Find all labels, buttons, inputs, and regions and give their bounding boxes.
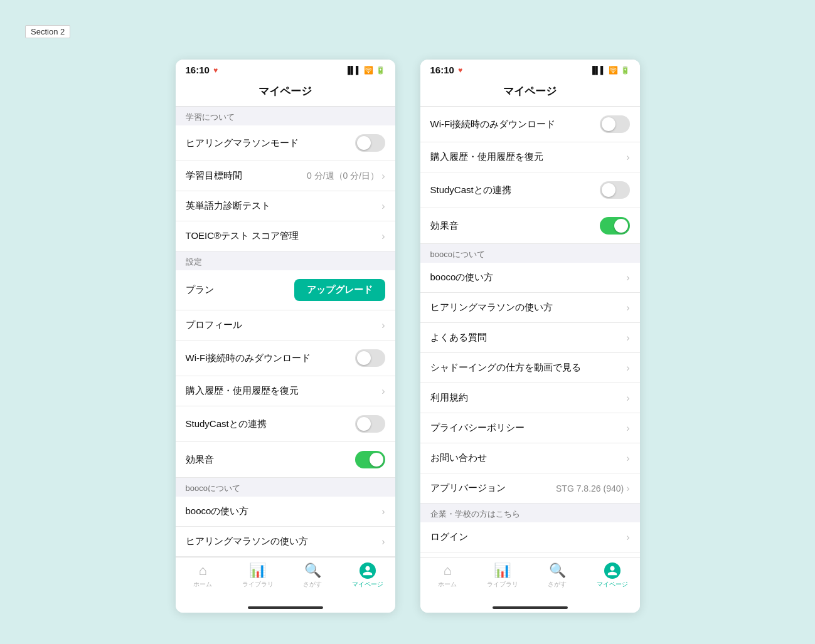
list-item-hearing-usage-2[interactable]: ヒアリングマラソンの使い方 › (420, 293, 640, 323)
page-title-1: マイページ (176, 78, 395, 107)
toggle-sound-2[interactable] (600, 217, 630, 235)
list-item-study-goal[interactable]: 学習目標時間 0 分/週（0 分/日） › (176, 161, 395, 191)
nav-mypage-1[interactable]: マイページ (340, 562, 395, 589)
home-indicator-bar-2 (493, 606, 568, 609)
page-title-2: マイページ (420, 78, 640, 107)
chevron-icon: › (381, 201, 385, 212)
library-icon: 📊 (249, 562, 266, 579)
chevron-icon: › (381, 536, 385, 547)
chevron-icon: › (381, 506, 385, 517)
list-item-sound-effects-1[interactable]: 効果音 (176, 442, 395, 478)
nav-mypage-label-2: マイページ (597, 580, 628, 589)
status-bar-2: 16:10 ♥ ▐▌▌ 🛜 🔋 (420, 60, 640, 78)
toggle-wifi-1[interactable] (355, 349, 385, 367)
nav-library-label-1: ライブラリ (242, 580, 274, 589)
section-header-corporate: 企業・学校の方はこちら (420, 504, 640, 522)
chevron-icon: › (626, 332, 629, 344)
home-indicator-2 (420, 596, 640, 613)
nav-search-1[interactable]: 🔍 さがす (285, 562, 341, 589)
chevron-icon: › (626, 423, 629, 434)
home-indicator-1 (176, 596, 395, 613)
list-item-booco-usage-2[interactable]: boocoの使い方 › (420, 263, 640, 293)
chevron-icon: › (626, 483, 629, 494)
nav-mypage-label-1: マイページ (352, 580, 383, 589)
list-item-sound-effects-2[interactable]: 効果音 (420, 208, 640, 244)
list-item-hearing-marathon-mode[interactable]: ヒアリングマラソンモード (176, 125, 395, 161)
status-icons-1: ▐▌▌ 🛜 🔋 (345, 66, 385, 75)
list-item-booco-usage-1[interactable]: boocoの使い方 › (176, 497, 395, 527)
list-item-purchase-history-2[interactable]: 購入履歴・使用履歴を復元 › (420, 142, 640, 172)
toggle-hearing-marathon-1[interactable] (355, 134, 385, 152)
list-item-shadowing-video[interactable]: シャドーイングの仕方を動画で見る › (420, 353, 640, 383)
toggle-knob (357, 136, 371, 150)
list-item-app-version[interactable]: アプリバージョン STG 7.8.26 (940) › (420, 473, 640, 504)
nav-search-label-2: さがす (548, 580, 567, 589)
toggle-studycast-1[interactable] (355, 415, 385, 433)
user-icon-2 (607, 565, 618, 576)
user-avatar-1 (360, 562, 376, 579)
nav-library-1[interactable]: 📊 ライブラリ (230, 562, 285, 589)
toggle-wifi-2[interactable] (600, 115, 630, 133)
nav-home-label-1: ホーム (193, 580, 212, 589)
phones-container: 16:10 ♥ ▐▌▌ 🛜 🔋 マイページ 学習について ヒアリングマラソンモー… (0, 0, 815, 644)
chevron-icon: › (626, 152, 629, 163)
nav-home-2[interactable]: ⌂ ホーム (420, 562, 476, 589)
toggle-sound-1[interactable] (355, 451, 385, 468)
toggle-knob (602, 183, 615, 197)
section-header-learning: 学習について (176, 107, 395, 125)
status-icons-2: ▐▌▌ 🛜 🔋 (590, 66, 630, 75)
toggle-knob (614, 219, 628, 233)
home-icon: ⌂ (199, 562, 207, 579)
chevron-icon: › (626, 532, 629, 543)
list-item-vocab-test[interactable]: 英単語力診断テスト › (176, 191, 395, 221)
signal-icon-2: ▐▌▌ (590, 66, 606, 75)
list-item-hearing-usage-1[interactable]: ヒアリングマラソンの使い方 › (176, 527, 395, 557)
list-item-contact[interactable]: お問い合わせ › (420, 443, 640, 473)
chevron-icon: › (381, 231, 385, 242)
status-bar-1: 16:10 ♥ ▐▌▌ 🛜 🔋 (176, 60, 395, 78)
upgrade-button[interactable]: アップグレード (294, 279, 385, 301)
nav-library-label-2: ライブラリ (487, 580, 518, 589)
toggle-studycast-2[interactable] (600, 181, 630, 199)
bottom-nav-2: ⌂ ホーム 📊 ライブラリ 🔍 さがす マイページ (420, 557, 640, 596)
list-item-wifi-download-1[interactable]: Wi-Fi接続時のみダウンロード (176, 340, 395, 376)
home-indicator-bar-1 (248, 606, 323, 609)
search-icon: 🔍 (304, 562, 321, 579)
list-item-terms[interactable]: 利用規約 › (420, 383, 640, 413)
chevron-icon: › (626, 272, 629, 283)
battery-icon-2: 🔋 (621, 66, 630, 75)
chevron-icon: › (381, 171, 385, 182)
nav-mypage-2[interactable]: マイページ (585, 562, 640, 589)
chevron-icon: › (626, 393, 629, 404)
chevron-icon: › (381, 386, 385, 397)
toggle-knob (357, 417, 371, 431)
section-header-booco-2: boocoについて (420, 244, 640, 263)
nav-library-2[interactable]: 📊 ライブラリ (475, 562, 530, 589)
user-avatar-2 (604, 562, 621, 579)
list-item-faq[interactable]: よくある質問 › (420, 323, 640, 353)
list-item-purchase-history-1[interactable]: 購入履歴・使用履歴を復元 › (176, 376, 395, 406)
list-item-login[interactable]: ログイン › (420, 522, 640, 552)
status-time-1: 16:10 (186, 65, 210, 75)
bottom-nav-1: ⌂ ホーム 📊 ライブラリ 🔍 さがす マイページ (176, 557, 395, 596)
list-item-privacy[interactable]: プライバシーポリシー › (420, 413, 640, 443)
nav-home-1[interactable]: ⌂ ホーム (176, 562, 231, 589)
library-icon-2: 📊 (494, 562, 511, 579)
chevron-icon: › (626, 302, 629, 314)
nav-search-2[interactable]: 🔍 さがす (530, 562, 585, 589)
battery-icon-1: 🔋 (376, 66, 385, 75)
list-item-studycast-2[interactable]: StudyCastとの連携 (420, 172, 640, 208)
signal-icon-1: ▐▌▌ (345, 66, 361, 75)
list-item-plan[interactable]: プラン アップグレード (176, 270, 395, 310)
toggle-knob (602, 117, 615, 131)
list-item-wifi-download-2[interactable]: Wi-Fi接続時のみダウンロード (420, 107, 640, 142)
section-header-booco-1: boocoについて (176, 478, 395, 497)
list-item-studycast-1[interactable]: StudyCastとの連携 (176, 406, 395, 442)
section-label: Section 2 (25, 25, 70, 38)
heart-icon-2: ♥ (458, 66, 462, 75)
list-item-toeic[interactable]: TOEIC®テスト スコア管理 › (176, 221, 395, 251)
phone-2: 16:10 ♥ ▐▌▌ 🛜 🔋 マイページ Wi-Fi接続時のみダウンロード 購… (420, 60, 640, 613)
status-time-2: 16:10 (430, 65, 454, 75)
scroll-area-2: Wi-Fi接続時のみダウンロード 購入履歴・使用履歴を復元 › StudyCas… (420, 107, 640, 557)
list-item-profile[interactable]: プロフィール › (176, 310, 395, 340)
